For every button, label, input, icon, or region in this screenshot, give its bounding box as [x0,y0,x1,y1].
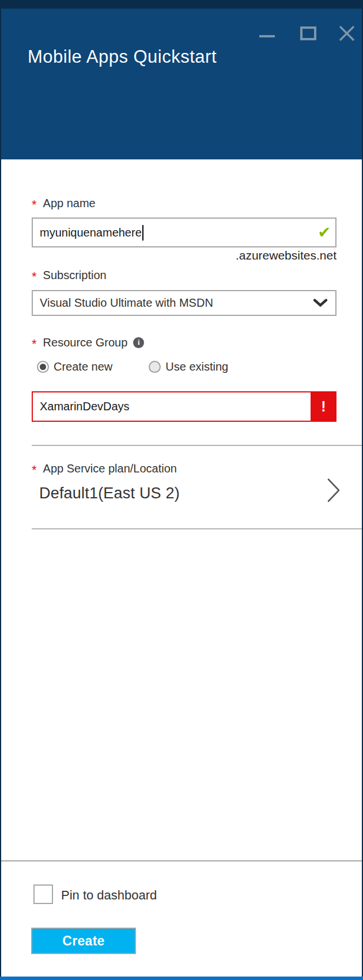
app-service-plan-selector[interactable]: * App Service plan/Location Default1(Eas… [1,455,362,523]
close-icon[interactable] [338,25,356,42]
chevron-down-icon [313,296,327,310]
maximize-icon[interactable] [300,26,316,40]
required-marker: * [32,337,37,352]
blade-header: Mobile Apps Quickstart [1,9,362,159]
required-marker: * [32,463,37,478]
pin-to-dashboard-label[interactable]: Pin to dashboard [61,888,157,903]
pin-to-dashboard-checkbox[interactable] [33,884,53,904]
radio-create-new-label[interactable]: Create new [54,360,112,373]
subscription-label-row: * Subscription [32,268,107,282]
bottom-accent-bar [0,977,363,980]
valid-check-icon: ✔ [317,225,331,241]
subscription-label: Subscription [43,269,107,282]
blade-mobile-apps-quickstart: Mobile Apps Quickstart * App name myuniq… [0,0,363,980]
radio-create-new[interactable] [37,361,49,373]
resource-group-input[interactable]: XamarinDevDays ! [32,391,336,422]
create-button-label: Create [62,933,104,949]
app-name-value: myuniquenamehere [40,226,142,239]
divider [32,528,362,529]
blade-footer [1,861,362,977]
page-title: Mobile Apps Quickstart [28,47,217,67]
app-name-input[interactable]: myuniquenamehere ✔ [32,218,336,247]
radio-use-existing[interactable] [149,361,161,373]
resource-group-label: Resource Group [43,336,128,349]
subscription-value: Visual Studio Ultimate with MSDN [40,296,213,310]
app-service-plan-value: Default1(East US 2) [39,485,180,502]
create-button[interactable]: Create [31,928,136,954]
app-service-plan-label-row: * App Service plan/Location [32,462,177,475]
app-name-label-row: * App name [32,196,96,210]
minimize-icon[interactable] [259,35,275,37]
resource-group-radio-group: Create new Use existing [37,360,228,373]
subscription-dropdown[interactable]: Visual Studio Ultimate with MSDN [32,290,336,316]
resource-group-value: XamarinDevDays [40,400,130,413]
resource-group-label-row: * Resource Group i [32,335,144,349]
divider [32,445,362,446]
info-icon[interactable]: i [133,337,144,348]
error-badge-icon: ! [311,391,336,422]
app-service-plan-label: App Service plan/Location [43,462,177,475]
app-name-suffix: .azurewebsites.net [32,249,336,262]
required-marker: * [32,197,37,212]
chevron-right-icon [326,478,341,505]
app-name-label: App name [43,197,96,210]
radio-use-existing-label[interactable]: Use existing [165,360,228,373]
required-marker: * [32,269,37,284]
text-caret [142,225,143,241]
